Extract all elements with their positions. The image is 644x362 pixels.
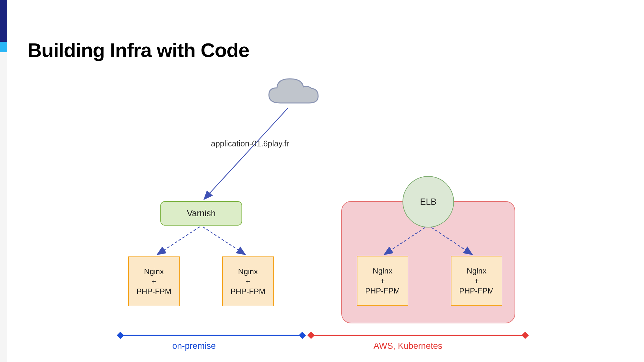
nginx-node-aws-2: Nginx + PHP-FPM	[451, 256, 502, 306]
svg-line-3	[385, 227, 425, 254]
brace-onpremise	[120, 335, 302, 336]
brace-label-aws: AWS, Kubernetes	[374, 341, 442, 351]
nginx-label: Nginx + PHP-FPM	[365, 266, 400, 296]
arrows-elb-nginx	[0, 0, 644, 362]
nginx-node-aws-1: Nginx + PHP-FPM	[357, 256, 408, 306]
brace-label-onpremise: on-premise	[172, 341, 216, 351]
architecture-diagram: application-01.6play.fr Varnish Nginx + …	[0, 0, 644, 362]
svg-line-4	[431, 227, 472, 254]
brace-aws	[311, 335, 525, 336]
nginx-label: Nginx + PHP-FPM	[459, 266, 494, 296]
